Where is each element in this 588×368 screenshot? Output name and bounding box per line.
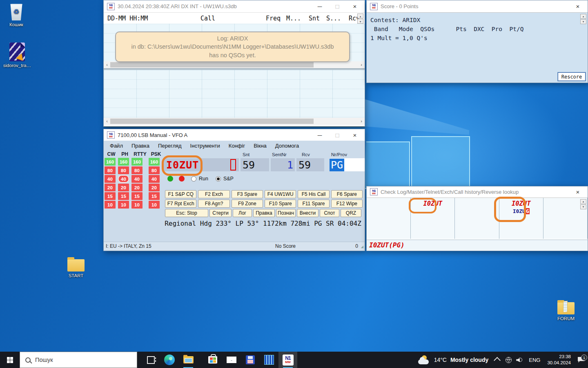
band-button[interactable]: 160	[118, 158, 129, 166]
header-spinner[interactable]: ▲▼	[357, 13, 363, 24]
log-window-titlebar[interactable]: N1MM 30.04.2024 20:38:40Z ARI DX INT - U…	[104, 0, 365, 12]
band-button[interactable]: 80	[105, 166, 116, 174]
edge-button[interactable]	[160, 352, 179, 368]
f2-button[interactable]: F2 Exch	[198, 190, 229, 198]
resize-grip[interactable]: ◢	[361, 245, 363, 249]
band-button[interactable]: 10	[149, 201, 160, 209]
column-header[interactable]: Freq	[248, 15, 281, 22]
mark-button[interactable]: Познач	[276, 209, 296, 217]
f3-button[interactable]: F3 Spare	[232, 190, 263, 198]
band-button[interactable]: 20	[131, 184, 143, 191]
weather-widget[interactable]: 14°C Mostly cloudy	[414, 355, 493, 364]
f10-button[interactable]: F10 Spare	[265, 200, 296, 208]
band-button[interactable]: 40	[131, 175, 143, 183]
log-hscrollbar-upper[interactable]: ‹ ›	[104, 61, 365, 68]
log-hscrollbar-lower[interactable]: ‹ ›	[104, 118, 365, 125]
close-button[interactable]: ×	[570, 186, 585, 198]
n1mm-taskbar-button[interactable]: N1MM	[278, 352, 297, 368]
band-button[interactable]: 15	[131, 192, 143, 200]
band-button[interactable]: 15	[118, 192, 129, 200]
f11-button[interactable]: F11 Spare	[298, 200, 329, 208]
score-window-titlebar[interactable]: N1MM Score - 0 Points ×	[367, 0, 588, 12]
sp-radio[interactable]	[216, 176, 221, 182]
band-button[interactable]: 80	[131, 166, 143, 174]
wipe-button[interactable]: Стерти	[209, 209, 232, 217]
band-button[interactable]: 20	[118, 184, 129, 191]
desktop-icon-forum-folder[interactable]: FORUM	[552, 299, 580, 321]
qrz-button[interactable]: QRZ	[341, 209, 361, 217]
menu-item-view[interactable]: Перегляд	[158, 143, 182, 149]
desktop-icon-file[interactable]: sidorov_tra…	[3, 42, 31, 68]
band-button[interactable]: 15	[105, 192, 116, 200]
band-button[interactable]: 20	[149, 184, 160, 191]
column-header[interactable]: Call	[168, 15, 248, 22]
spot-button[interactable]: Спот	[320, 209, 339, 217]
menu-item-help[interactable]: Допомога	[275, 143, 299, 149]
start-button[interactable]	[0, 352, 20, 368]
f12-button[interactable]: F12 Wipe	[331, 200, 363, 208]
band-button[interactable]: 10	[118, 201, 129, 209]
band-button[interactable]: 10	[131, 201, 143, 209]
desktop-icon-recycle-bin[interactable]: ♻ Кошик	[2, 3, 31, 27]
f1-button[interactable]: F1 S&P CQ	[165, 190, 196, 198]
f4-button[interactable]: F4 UW1WU	[265, 190, 296, 198]
floppy-app-button[interactable]	[241, 352, 260, 368]
f9-button[interactable]: F9 Zone	[232, 200, 263, 208]
esc-stop-button[interactable]: Esc: Stop	[165, 209, 208, 217]
menu-item-edit[interactable]: Правка	[131, 143, 149, 149]
menu-item-windows[interactable]: Вікна	[254, 143, 267, 149]
maximize-button[interactable]: □	[330, 0, 345, 12]
sp-radio-label[interactable]: S&P	[223, 176, 234, 182]
check-call[interactable]: I0ZUT	[512, 200, 531, 207]
task-view-button[interactable]	[141, 352, 160, 368]
snt-field[interactable]: 59	[241, 158, 269, 171]
clock[interactable]: 23:38 30.04.2024	[544, 354, 574, 366]
check-spinner[interactable]: ▲▼	[580, 199, 586, 210]
band-button-active[interactable]: 40	[118, 175, 129, 183]
scrollbar-thumb[interactable]	[110, 119, 314, 124]
column-header[interactable]: M...	[281, 15, 301, 22]
f5-button[interactable]: F5 His Call	[298, 190, 329, 198]
entry-window-titlebar[interactable]: N1MM 7100,00 LSB Manual - VFO A ─ □ ×	[104, 129, 365, 141]
rescore-button[interactable]: Rescore	[558, 72, 586, 81]
band-button[interactable]: 160	[149, 158, 160, 166]
score-spinner[interactable]: ▲▼	[580, 14, 586, 25]
store-button[interactable]	[203, 352, 222, 368]
f7-button[interactable]: F7 Rpt Exch	[165, 200, 196, 208]
band-button[interactable]: 160	[131, 158, 143, 166]
check-call[interactable]: I0ZUT	[423, 200, 442, 207]
notification-button[interactable]: 1	[574, 357, 588, 363]
band-button[interactable]: 80	[149, 166, 160, 174]
column-header[interactable]: S...	[320, 15, 341, 22]
log-app-button[interactable]	[260, 352, 278, 368]
search-input[interactable]: Пошук	[20, 352, 137, 368]
scrollbar-thumb[interactable]	[110, 62, 314, 67]
edit-button[interactable]: Правка	[253, 209, 275, 217]
maximize-button[interactable]: □	[330, 129, 345, 141]
minimize-button[interactable]: ─	[312, 129, 327, 141]
store-button[interactable]: Внести	[297, 209, 318, 217]
band-button[interactable]: 160	[105, 158, 116, 166]
f8-button[interactable]: F8 Agn?	[198, 200, 229, 208]
language-indicator[interactable]: ENG	[525, 357, 544, 363]
mail-button[interactable]	[222, 352, 241, 368]
tray-expand-button[interactable]	[492, 357, 503, 362]
file-explorer-button[interactable]	[179, 352, 198, 368]
minimize-button[interactable]: ─	[312, 0, 327, 12]
band-button[interactable]: 40	[105, 175, 116, 183]
close-button[interactable]: ×	[570, 0, 585, 12]
sentnr-field[interactable]: 1	[271, 158, 295, 171]
volume-button[interactable]	[514, 357, 525, 363]
band-button[interactable]: 10	[105, 201, 116, 209]
band-button[interactable]: 40	[149, 175, 160, 183]
menu-item-tools[interactable]: Інструменти	[190, 143, 220, 149]
band-button[interactable]: 15	[149, 192, 160, 200]
network-button[interactable]	[503, 357, 514, 363]
desktop-icon-start-folder[interactable]: START	[62, 256, 90, 278]
close-button[interactable]: ×	[347, 129, 362, 141]
menu-item-file[interactable]: Файл	[110, 143, 123, 149]
menu-item-config[interactable]: Конфіг	[229, 143, 245, 149]
check-suggestion[interactable]: I0ZUG	[499, 208, 543, 214]
log-button[interactable]: Лог	[233, 209, 252, 217]
column-header[interactable]: DD-MM HH:MM	[107, 15, 168, 22]
